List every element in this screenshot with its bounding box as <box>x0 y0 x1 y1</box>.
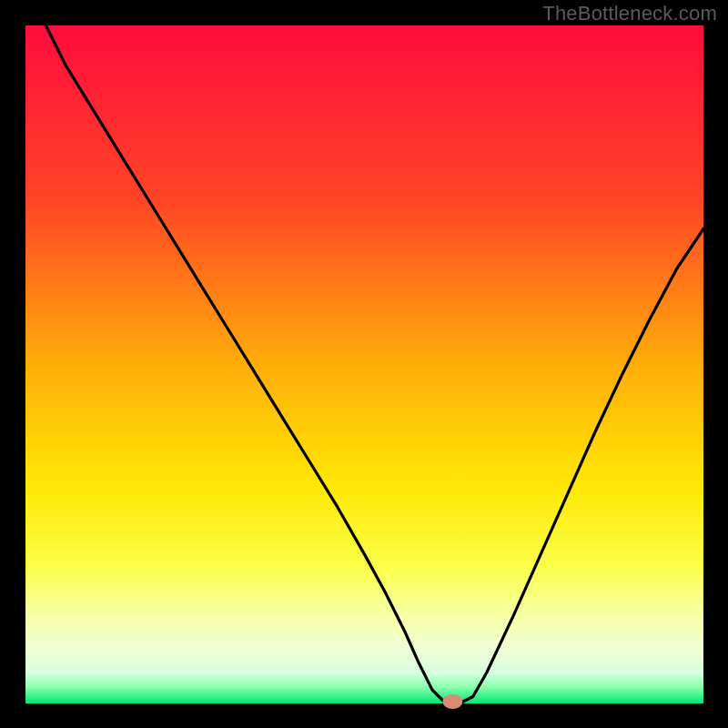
plot-background <box>25 25 703 703</box>
chart-frame: TheBottleneck.com <box>0 0 728 728</box>
watermark-text: TheBottleneck.com <box>542 2 717 25</box>
bottleneck-chart <box>0 0 728 728</box>
optimum-marker <box>442 694 462 709</box>
